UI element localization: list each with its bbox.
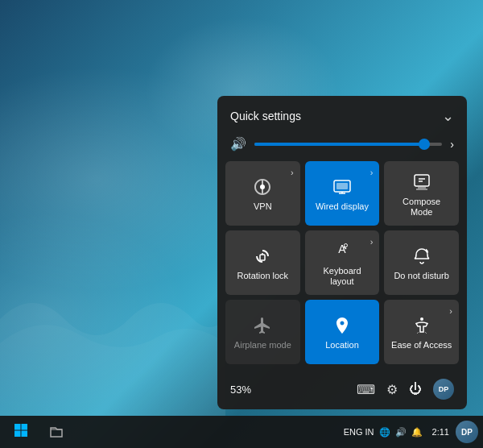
taskbar-language: ENG IN [344,427,374,437]
volume-thumb [419,139,430,150]
quick-settings-panel: Quick settings ⌄ 🔊 › › VPN › [217,96,467,409]
location-icon [332,316,352,335]
qs-btn-do-not-disturb[interactable]: Do not disturb [384,230,459,295]
qs-btn-rotation-lock[interactable]: Rotation lock [225,230,300,295]
svg-rect-9 [22,424,28,430]
qs-btn-keyboard-layout[interactable]: › A Keyboard layout [305,230,380,295]
svg-rect-4 [260,255,265,260]
file-explorer-icon [49,425,64,439]
qs-footer-icons: ⌨ ⚙ ⏻ DP [357,379,454,400]
wired-display-arrow: › [370,168,374,177]
svg-rect-3 [415,175,429,186]
volume-icon: 🔊 [230,136,246,151]
qs-volume-row: 🔊 › [217,133,467,161]
svg-text:A: A [338,243,346,255]
taskbar-right: ENG IN 🌐 🔊 🔔 2:11 DP [344,421,478,443]
taskbar-network-icon: 🌐 [379,427,390,438]
qs-footer: 53% ⌨ ⚙ ⏻ DP [217,372,467,409]
ease-of-access-icon [412,316,431,335]
svg-rect-2 [336,183,348,189]
airplane-mode-icon [253,316,272,335]
qs-btn-airplane-mode[interactable]: Airplane mode [225,300,300,364]
taskbar-avatar[interactable]: DP [456,421,478,443]
taskbar-left [5,416,72,448]
settings-footer-icon[interactable]: ⚙ [386,382,398,397]
ease-of-access-label: Ease of Access [391,340,452,351]
svg-rect-10 [14,431,21,438]
qs-header: Quick settings ⌄ [217,96,467,133]
vpn-label: VPN [254,201,272,212]
taskbar-volume-icon: 🔊 [395,427,407,438]
wave-decoration [0,255,225,416]
keyboard-layout-icon: A [332,242,352,261]
rotation-lock-icon [253,247,272,266]
volume-slider[interactable] [254,143,442,146]
qs-title: Quick settings [230,110,301,122]
volume-expand-button[interactable]: › [450,138,454,151]
file-explorer-button[interactable] [40,416,72,448]
qs-btn-ease-of-access[interactable]: › Ease of Access [384,300,459,364]
location-label: Location [325,340,359,351]
qs-grid: › VPN › Wired display Compose [217,161,467,372]
compose-mode-icon [412,172,431,192]
avatar-initials: DP [461,428,473,437]
vpn-icon [253,177,272,197]
svg-rect-11 [22,431,28,438]
taskbar-notification-icon: 🔔 [411,427,423,438]
taskbar-clock[interactable]: 2:11 [427,426,454,438]
airplane-mode-label: Airplane mode [234,340,291,351]
windows-logo-icon [14,424,27,440]
taskbar-time-display: 2:11 [432,426,449,438]
svg-point-7 [420,317,423,321]
qs-collapse-button[interactable]: ⌄ [442,107,454,125]
power-footer-icon[interactable]: ⏻ [409,382,422,396]
qs-btn-wired-display[interactable]: › Wired display [305,161,380,226]
qs-btn-location[interactable]: Location [305,300,380,364]
taskbar: ENG IN 🌐 🔊 🔔 2:11 DP [0,416,483,448]
user-avatar-footer[interactable]: DP [433,379,454,400]
wired-display-icon [332,177,352,197]
do-not-disturb-icon [412,247,431,266]
keyboard-layout-arrow: › [370,237,374,247]
svg-rect-8 [14,424,21,430]
do-not-disturb-label: Do not disturb [394,271,448,281]
keyboard-layout-label: Keyboard layout [312,266,374,287]
vpn-arrow: › [291,168,294,177]
rotation-lock-label: Rotation lock [237,271,289,281]
qs-btn-compose-mode[interactable]: Compose Mode [384,161,459,226]
start-button[interactable] [5,416,37,448]
battery-percentage: 53% [230,384,251,396]
wired-display-label: Wired display [316,201,369,212]
ease-of-access-arrow: › [449,306,452,316]
compose-mode-label: Compose Mode [390,197,452,218]
keyboard-footer-icon[interactable]: ⌨ [357,382,375,397]
volume-fill [254,143,423,146]
qs-btn-vpn[interactable]: › VPN [225,161,300,226]
